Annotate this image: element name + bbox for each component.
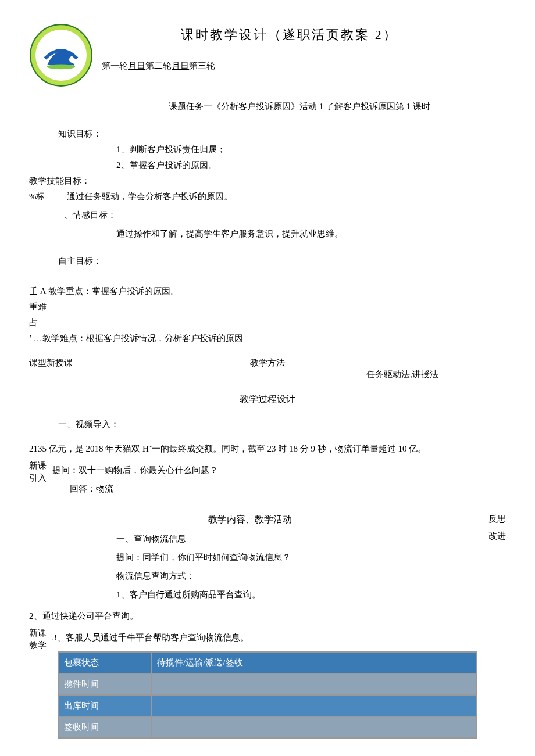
- activity-title: 教学内容、教学活动: [29, 511, 471, 528]
- table-row3-col1: 签收时间: [59, 716, 152, 738]
- table-row2-col1: 出库时间: [59, 695, 152, 716]
- method-label: 教学方法: [250, 355, 366, 382]
- skill-row: %标 通过任务驱动，学会分析客户投诉的原因。: [29, 189, 506, 205]
- intro-side-label-1: 新课: [29, 460, 52, 472]
- self-objective-label: 自主目标：: [58, 253, 506, 269]
- knowledge-item-1: 1、判断客户投诉责任归属；: [116, 142, 506, 157]
- activity-body-left: 一、查询物流信息 提问：同学们，你们平时如何查询物流信息？ 物流信息查询方式： …: [29, 528, 471, 605]
- round-1-date: 月日: [128, 61, 145, 70]
- activity-side-label-2: 教学: [29, 639, 52, 651]
- keypoint-line1: 壬 A 教学重点：掌握客户投诉的原因。: [29, 284, 506, 299]
- svg-point-2: [47, 64, 75, 69]
- round-2-date: 月日: [172, 61, 189, 70]
- class-type: 课型新授课: [29, 355, 250, 382]
- table-row: 签收时间: [59, 716, 476, 738]
- process-title: 教学过程设计: [29, 391, 506, 408]
- topic-line: 课题任务一《分析客户投诉原因》活动 1 了解客户投诉原因第 1 课时: [93, 99, 506, 114]
- activity-item1: 1、客户自行通过所购商品平台查询。: [116, 587, 471, 603]
- intro-side-block: 新课 引入 提问：双十一购物后，你最关心什么问题？ 回答：物流: [29, 460, 506, 500]
- round-1-label: 第一轮: [102, 61, 128, 70]
- activity-q2: 物流信息查询方式：: [116, 568, 471, 584]
- intro-side-label-2: 引入: [29, 472, 52, 484]
- table-row2-col2: [152, 695, 476, 716]
- activity-side-label: 新课 教学: [29, 627, 52, 651]
- method-value: 任务驱动法,讲授法: [366, 355, 506, 382]
- table-row3-col2: [152, 716, 476, 738]
- emotion-label: 、情感目标：: [64, 207, 506, 223]
- table-row: 出库时间: [59, 695, 476, 716]
- skill-objective-label: 教学技能目标：: [29, 173, 506, 189]
- status-table-wrap: 包裹状态 待揽件/运输/派送/签收 揽件时间 出库时间 签收时间: [58, 651, 506, 739]
- skill-content: 通过任务驱动，学会分析客户投诉的原因。: [67, 189, 233, 205]
- activity-sec1: 一、查询物流信息: [116, 531, 471, 547]
- header-section: 课时教学设计（遂职活页教案 2） 第一轮月日第二轮月日第三轮: [29, 23, 506, 87]
- intro-side-content: 提问：双十一购物后，你最关心什么问题？ 回答：物流: [52, 460, 506, 500]
- table-header-row: 包裹状态 待揽件/运输/派送/签收: [59, 652, 476, 673]
- activity-header-row: 教学内容、教学活动 反思: [29, 511, 506, 528]
- round-2-label: 第二轮: [145, 61, 172, 70]
- reflect-label-2: 改进: [471, 528, 506, 605]
- table-row1-col1: 揽件时间: [59, 673, 152, 695]
- percent-label: %标: [29, 189, 58, 205]
- intro-side-label: 新课 引入: [29, 460, 52, 484]
- activity-q1: 提问：同学们，你们平时如何查询物流信息？: [116, 550, 471, 565]
- main-title: 课时教学设计（遂职活页教案 2）: [73, 23, 506, 46]
- activity-item3: 3、客服人员通过千牛平台帮助客户查询物流信息。: [52, 630, 506, 646]
- status-table: 包裹状态 待揽件/运输/派送/签收 揽件时间 出库时间 签收时间: [58, 651, 477, 739]
- intro-question: 提问：双十一购物后，你最关心什么问题？: [52, 463, 506, 478]
- table-row: 揽件时间: [59, 673, 476, 695]
- round-3-label: 第三轮: [189, 61, 215, 70]
- activity-body-row: 一、查询物流信息 提问：同学们，你们平时如何查询物流信息？ 物流信息查询方式： …: [29, 528, 506, 605]
- table-header-col2: 待揽件/运输/派送/签收: [152, 652, 476, 673]
- keypoint-line4: ’ …教学难点：根据客户投诉情况，分析客户投诉的原因: [29, 331, 506, 346]
- keypoint-line3: 占: [29, 315, 506, 331]
- reflect-label-1: 反思: [471, 511, 506, 528]
- table-row1-col2: [152, 673, 476, 695]
- activity-side-label-1: 新课: [29, 627, 52, 639]
- keypoint-line2: 重难: [29, 299, 506, 315]
- rounds-line: 第一轮月日第二轮月日第三轮: [102, 58, 506, 74]
- activity-item2: 2、通过快递公司平台查询。: [29, 608, 506, 624]
- table-header-col1: 包裹状态: [59, 652, 152, 673]
- intro-section-1: 一、视频导入：: [58, 417, 506, 432]
- intro-answer: 回答：物流: [70, 481, 506, 497]
- activity-side-content: 3、客服人员通过千牛平台帮助客户查询物流信息。 包裹状态 待揽件/运输/派送/签…: [52, 627, 506, 739]
- knowledge-objective-label: 知识目标：: [58, 126, 506, 142]
- activity-side-block: 新课 教学 3、客服人员通过千牛平台帮助客户查询物流信息。 包裹状态 待揽件/运…: [29, 627, 506, 739]
- header-text: 课时教学设计（遂职活页教案 2） 第一轮月日第二轮月日第三轮: [102, 23, 506, 74]
- intro-paragraph: 2135 亿元，是 2018 年天猫双 H˜一的最终成交额。同时，截至 23 时…: [29, 441, 506, 457]
- emotion-content: 通过操作和了解，提高学生客户服务意识，提升就业思维。: [116, 226, 506, 242]
- knowledge-item-2: 2、掌握客户投诉的原因。: [116, 157, 506, 173]
- meta-row: 课型新授课 教学方法 任务驱动法,讲授法: [29, 355, 506, 382]
